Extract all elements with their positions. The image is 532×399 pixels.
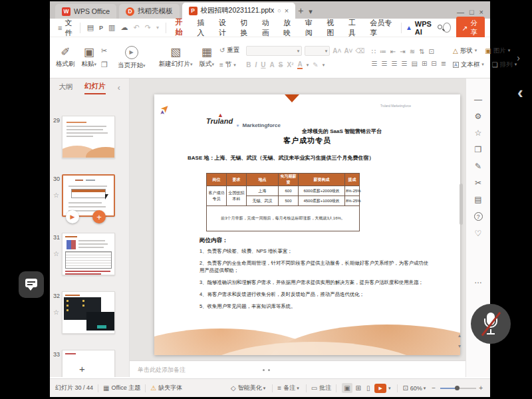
slideshow-play-button[interactable]: ▶ [374,384,386,393]
normal-view-button[interactable]: ▣ [342,383,352,393]
new-slide-button[interactable]: ▧ 新建幻灯片▾ [155,47,196,68]
align-right-icon[interactable]: ☰ [392,60,398,67]
redo-icon[interactable]: ↷ [145,23,151,32]
zoom-in-icon[interactable]: + [479,384,483,392]
font-size-select[interactable]: ▾ [305,46,330,56]
shrink-font-icon[interactable]: A˅ [344,47,352,55]
zoom-value[interactable]: 60% [410,385,422,392]
slide-title[interactable]: 客户成功专员 [154,136,460,146]
design-tools-icon[interactable]: ✎ [475,162,481,170]
row-spacing-icon[interactable]: ⊟ [431,60,436,67]
numbering-icon[interactable]: ≔ [380,48,386,55]
tab-close-icon[interactable]: × [285,7,289,15]
arrange-button[interactable]: ❏排列▾ [492,61,517,69]
bold-icon[interactable]: B [246,61,251,68]
play-slide-button[interactable]: ▶ [66,210,79,223]
new-tab-button[interactable]: + [298,5,303,16]
cut-icon[interactable]: ✂ [101,47,108,55]
section-button[interactable]: ≡节▾ [219,61,239,69]
maximize-button[interactable]: □ [469,8,474,16]
align-left-icon[interactable]: ☰ [372,60,378,67]
clear-format-icon[interactable]: ⌫ [355,47,364,55]
slide-30-editor[interactable]: ➤ ➤ Truland ▲ ✳ Marketingforce 全球领先的 Saa… [154,94,460,355]
tab-wps-office[interactable]: W WPS Office [55,4,116,19]
font-color-caret-icon[interactable]: ▾ [307,63,309,68]
notes-splitter-handle[interactable] [268,369,270,371]
duties-list[interactable]: 1、负责客户续签、续费、NPS 增长事宜； 2、负责客户的全生命周期管理，针对不… [200,247,429,315]
slide-31-star-icon[interactable]: ☆ [53,250,59,257]
slide-base-line[interactable]: BASE 地：上海、无锡、武汉（无锡、武汉未毕业实习生提供三个月免费住宿） [188,154,374,162]
learning-icon[interactable]: ▤ [474,196,481,203]
beautify-button[interactable]: 智能美化 [238,384,262,392]
paragraph-settings-icon[interactable]: ≣ [441,60,446,67]
textbox-button[interactable]: A文本框▾ [453,61,484,69]
redo-caret-icon[interactable]: ▾ [156,25,159,31]
zoom-out-icon[interactable]: − [432,384,436,392]
text-direction-icon[interactable]: ⇅ [419,48,424,55]
save-icon[interactable]: ▤ [87,23,94,32]
marketingforce-logo[interactable]: ✳ Marketingforce [236,118,281,130]
zoom-slider[interactable] [440,388,476,389]
increase-indent-icon[interactable]: ⇥ [400,48,405,55]
microphone-muted-button[interactable] [471,304,511,344]
zoom-caret-icon[interactable]: ▾ [424,386,426,391]
search-icon[interactable] [437,24,443,32]
outline-tab[interactable]: 大纲 [59,82,72,94]
line-spacing-icon[interactable]: ≋ [410,48,415,55]
slide-33-thumbnail[interactable] [62,350,115,377]
add-slide-button[interactable]: + [79,363,85,374]
zoom-slider-thumb[interactable] [455,386,460,390]
annotation-widget[interactable] [19,271,44,298]
notes-splitter-handle[interactable] [263,369,265,371]
highlight-icon[interactable]: ✎ [313,61,318,68]
layout-button[interactable]: ▦ 版式▾ [196,47,217,68]
text-shadow-icon[interactable]: A [270,61,275,68]
font-color-icon[interactable]: A [297,61,302,69]
crop-tools-icon[interactable]: ✂ [475,179,481,187]
notes-toggle-button[interactable]: 备注 [283,384,295,392]
notes-pane[interactable]: 单击此处添加备注 [130,360,466,378]
more-tools-icon[interactable]: … [474,277,482,285]
ribbon-expand-icon[interactable]: › [517,53,520,63]
play-from-current-button[interactable]: ▶ 当页开始▾ [114,46,149,70]
collapse-panel-icon[interactable]: ‹ [118,83,120,92]
highlight-caret-icon[interactable]: ▾ [323,63,325,68]
align-center-icon[interactable]: ☰ [382,60,388,67]
columns-icon[interactable]: ⊞ [422,60,427,67]
share-button[interactable]: ↗ 分享 [456,17,485,39]
file-menu[interactable]: 文件 [65,18,76,38]
grow-font-icon[interactable]: A˄ [332,47,341,55]
paste-button[interactable]: ▣ 粘贴▾ [78,47,100,68]
close-window-button[interactable]: × [479,8,483,16]
slide-32-thumbnail[interactable] [62,291,115,334]
quick-new-slide-button[interactable]: + [92,210,106,223]
theme-label[interactable]: Office 主题 [111,384,140,392]
prev-slide-arrow-icon[interactable]: ▴ [458,332,461,338]
slide-tagline[interactable]: 全球领先的 SaaS 智能营销云平台 [302,128,382,135]
format-painter-button[interactable]: ✐ 格式刷 [53,47,78,68]
superscript-icon[interactable]: X² [287,61,293,68]
italic-icon[interactable]: I [255,61,257,68]
export-pdf-icon[interactable]: P [99,25,103,31]
shapes-button[interactable]: △形状▾ [453,47,477,55]
tab-docer-templates[interactable]: D 找稻壳模板 [119,4,180,19]
salary-table[interactable]: 岗位 要求 地点 实习期薪资 薪资构成 提成 客户成功专员 全国统招本科 上海 … [206,173,360,231]
strikethrough-icon[interactable]: S [279,61,283,68]
canvas-scrollbar[interactable] [460,184,463,225]
skin-icon[interactable]: ♡ [475,229,482,237]
truland-logo[interactable]: Truland ▲ [206,114,233,126]
expand-panel-chevron-icon[interactable]: ‹ [517,82,523,103]
slide-32-star-icon[interactable]: ☆ [53,309,59,316]
reset-button[interactable]: ↺重置 [219,46,239,55]
minimize-button[interactable]: — [457,8,464,16]
slide-31-thumbnail[interactable] [62,233,115,275]
notes-placeholder[interactable]: 单击此处添加备注 [138,366,186,374]
copy-icon[interactable]: ❐ [101,61,108,69]
editing-canvas[interactable]: ➤ ➤ Truland ▲ ✳ Marketingforce 全球领先的 Saa… [130,78,466,360]
convert-smartart-icon[interactable]: ⊡ [429,48,434,55]
slide-sorter-view-button[interactable]: ⊞ [354,383,363,393]
properties-icon[interactable]: ⚙ [475,112,482,120]
animation-pane-icon[interactable]: ❐ [475,146,482,154]
favorites-star-icon[interactable]: ☆ [475,129,482,137]
bullets-icon[interactable]: ∷ [372,48,376,55]
